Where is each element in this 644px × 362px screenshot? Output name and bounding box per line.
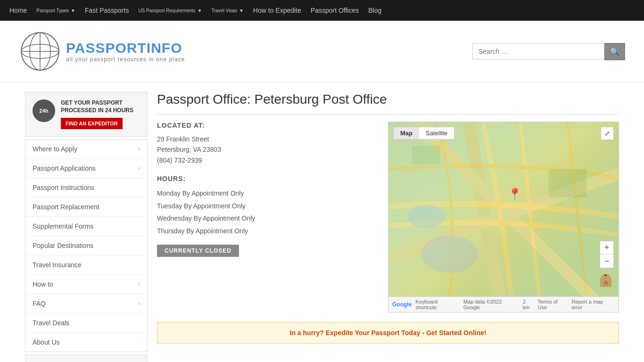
expedite-banner[interactable]: In a hurry? Expedite Your Passport Today… (157, 322, 619, 344)
top-navigation: Home Passport Types ▼ Fast Passports US … (0, 0, 644, 21)
sidebar-item-passport-instructions[interactable]: Passport Instructions (25, 178, 147, 197)
map-tabs: Map Satellite (393, 127, 454, 140)
svg-point-7 (407, 205, 445, 228)
chevron-right-icon: › (138, 146, 140, 152)
chevron-down-icon: ▼ (71, 8, 75, 13)
map-scale: 2 km (523, 299, 534, 310)
expedite-banner-text: In a hurry? Expedite Your Passport Today… (290, 329, 487, 337)
logo-name: PASSPORTINFO (66, 40, 185, 56)
hours-tuesday: Tuesday By Appointment Only (157, 200, 374, 213)
map-zoom-in-button[interactable]: + (600, 241, 613, 255)
sidebar-item-travel-deals[interactable]: Travel Deals (25, 313, 147, 333)
sidebar-item-passport-replacement[interactable]: Passport Replacement (25, 197, 147, 217)
nav-how-to-expedite[interactable]: How to Expedite (253, 7, 301, 14)
hours-section: HOURS: Monday By Appointment Only Tuesda… (157, 175, 374, 237)
address-line1: 29 Franklin Street (157, 134, 374, 144)
map-tab-map[interactable]: Map (394, 127, 419, 139)
map-container: Map Satellite ⤢ (388, 122, 619, 313)
located-at-label: LOCATED AT: (157, 122, 374, 129)
map-expand-button[interactable]: ⤢ (601, 127, 614, 140)
nav-blog[interactable]: Blog (368, 7, 381, 14)
svg-rect-8 (549, 169, 586, 197)
map-zoom-controls: + − (600, 241, 614, 268)
site-header: PASSPORTINFO all your passport resources… (0, 21, 644, 82)
terms-of-use-link[interactable]: Terms of Use (538, 299, 568, 310)
map-tab-satellite[interactable]: Satellite (419, 127, 454, 139)
hours-wednesday: Wednesday By Appointment Only (157, 212, 374, 225)
map-visual[interactable]: Map Satellite ⤢ (388, 122, 619, 296)
sidebar-item-popular-destinations[interactable]: Popular Destinations (25, 236, 147, 255)
hours-monday: Monday By Appointment Only (157, 187, 374, 200)
search-icon: 🔍 (610, 48, 619, 56)
main-container: 24h GET YOUR PASSPORT PROCESSED IN 24 HO… (16, 82, 628, 362)
find-expeditor-button[interactable]: FIND AN EXPEDITOR (61, 118, 123, 129)
svg-point-6 (421, 235, 478, 273)
street-view-person[interactable]: 🚶 (600, 274, 611, 287)
keyboard-shortcuts-link[interactable]: Keyboard shortcuts (415, 299, 459, 310)
sidebar-item-about-us[interactable]: About Us (25, 333, 147, 352)
promo-title: GET YOUR PASSPORT PROCESSED IN 24 HOURS (61, 99, 140, 114)
google-logo: Google (392, 301, 412, 308)
chevron-right-icon: › (138, 165, 140, 172)
nav-us-requirements[interactable]: US Passport Requirements ▼ (138, 8, 202, 13)
chevron-down-icon: ▼ (239, 8, 244, 13)
page-title: Passport Office: Petersburg Post Office (157, 92, 619, 115)
map-pin: 📍 (508, 188, 522, 201)
sidebar-item-travel-insurance[interactable]: Travel Insurance (25, 255, 147, 275)
status-badge: CURRENTLY CLOSED (157, 245, 239, 257)
map-data-label: Map data ©2022 Google (463, 299, 519, 310)
sidebar: 24h GET YOUR PASSPORT PROCESSED IN 24 HO… (25, 92, 148, 362)
location-info: LOCATED AT: 29 Franklin Street Petersbur… (157, 122, 374, 313)
search-button[interactable]: 🔍 (604, 43, 625, 60)
nav-fast-passports[interactable]: Fast Passports (85, 7, 129, 14)
sidebar-item-faq[interactable]: FAQ › (25, 294, 147, 313)
map-roads-svg (388, 122, 619, 296)
sidebar-item-supplemental-forms[interactable]: Supplemental Forms (25, 217, 147, 236)
map-footer: Google Keyboard shortcuts Map data ©2022… (388, 296, 619, 312)
sidebar-promo-expedite: 24h GET YOUR PASSPORT PROCESSED IN 24 HO… (25, 92, 148, 137)
nav-passport-offices[interactable]: Passport Offices (311, 7, 359, 14)
address-line2: Petersburg, VA 23803 (157, 144, 374, 155)
sidebar-promo-apply-online: 📄 APPLY ONLINE FOR A NEW PASSPORT (25, 354, 148, 362)
logo-tagline: all your passport resources in one place (66, 56, 185, 63)
svg-rect-9 (412, 146, 440, 165)
sidebar-item-how-to[interactable]: How to › (25, 275, 147, 294)
globe-icon (19, 30, 61, 73)
sidebar-item-passport-applications[interactable]: Passport Applications › (25, 159, 147, 178)
clock-24h-icon: 24h (33, 99, 55, 122)
hours-thursday: Thursday By Appointment Only (157, 225, 374, 238)
hours-label: HOURS: (157, 175, 374, 182)
map-zoom-out-button[interactable]: − (600, 255, 613, 268)
main-content: Passport Office: Petersburg Post Office … (157, 92, 619, 362)
chevron-right-icon: › (138, 300, 140, 307)
nav-home[interactable]: Home (9, 7, 27, 14)
logo[interactable]: PASSPORTINFO all your passport resources… (19, 30, 185, 73)
sidebar-menu: Where to Apply › Passport Applications ›… (25, 139, 148, 352)
sidebar-item-where-to-apply[interactable]: Where to Apply › (25, 140, 147, 159)
info-map-row: LOCATED AT: 29 Franklin Street Petersbur… (157, 122, 619, 313)
search-input[interactable] (472, 43, 604, 59)
report-map-error-link[interactable]: Report a map error (571, 299, 615, 310)
nav-passport-types[interactable]: Passport Types ▼ (36, 8, 75, 13)
phone-link[interactable]: (804) 732-2939 (157, 156, 202, 164)
chevron-down-icon: ▼ (198, 8, 202, 13)
nav-travel-visas[interactable]: Travel Visas ▼ (211, 8, 243, 13)
search-area: 🔍 (472, 43, 625, 60)
chevron-right-icon: › (138, 281, 140, 288)
